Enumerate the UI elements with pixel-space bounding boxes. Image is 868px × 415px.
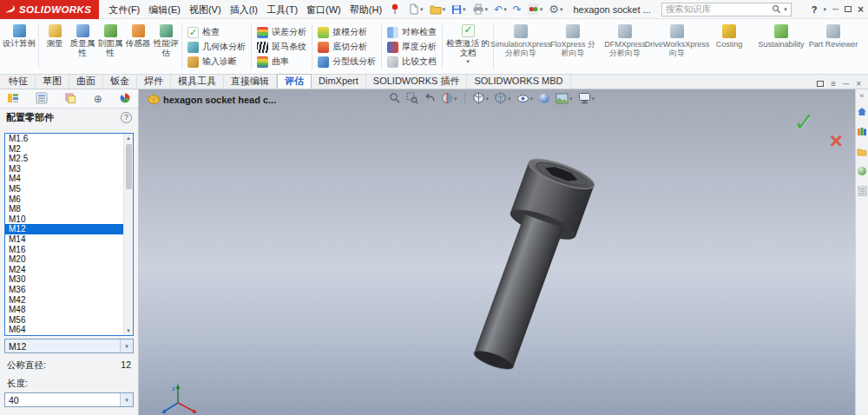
panel-help-icon[interactable]: ? <box>121 112 132 123</box>
new-document-button[interactable]: ▾ <box>407 3 425 16</box>
size-option[interactable]: M2.5 <box>5 154 133 164</box>
print-button[interactable]: ▾ <box>470 3 490 16</box>
ribbon-tab[interactable]: SOLIDWORKS MBD <box>467 75 570 89</box>
pin-icon[interactable] <box>391 3 399 15</box>
ribbon-button[interactable]: 质量属性 <box>69 21 96 73</box>
ribbon-tab[interactable]: 钣金 <box>103 75 137 89</box>
ribbon-button[interactable]: 传感器 <box>124 21 152 73</box>
dimxpert-manager-tab-icon[interactable]: ⊕ <box>94 94 102 104</box>
collapse-task-pane-icon[interactable]: « <box>859 92 864 100</box>
ribbon-button[interactable]: 测量 <box>41 21 69 73</box>
ribbon-tab[interactable]: 模具工具 <box>171 75 224 89</box>
minimize-document-icon[interactable]: ─ <box>843 79 849 89</box>
length-combobox[interactable]: 40 ▾ <box>4 392 134 407</box>
panes-icon[interactable]: ≡ <box>831 79 836 89</box>
ribbon-tab[interactable]: 草图 <box>36 75 69 89</box>
scroll-up-icon[interactable]: ▲ <box>126 134 131 142</box>
size-option[interactable]: M16 <box>5 245 133 255</box>
ribbon-tab[interactable]: SOLIDWORKS 插件 <box>366 75 468 89</box>
ribbon-tab[interactable]: DimXpert <box>312 75 366 89</box>
display-style-button[interactable]: ▾ <box>494 92 511 104</box>
minimize-button[interactable]: ─ <box>832 5 838 14</box>
ribbon-button[interactable]: 误差分析 <box>257 26 306 38</box>
ribbon-button[interactable]: Part Reviewer <box>808 21 858 73</box>
appearances-icon[interactable] <box>857 164 867 180</box>
design-study-button[interactable]: 设计算例 <box>2 21 36 73</box>
zoom-area-button[interactable] <box>406 92 418 104</box>
resources-home-icon[interactable] <box>857 104 867 120</box>
restore-button[interactable] <box>845 6 852 12</box>
ribbon-button[interactable]: DFMXpress 分析向导 <box>600 21 650 73</box>
close-document-icon[interactable]: × <box>856 79 861 89</box>
restore-document-icon[interactable] <box>817 81 824 87</box>
size-option[interactable]: M5 <box>5 184 133 194</box>
size-option[interactable]: M20 <box>5 254 133 265</box>
ribbon-button[interactable]: Sustainability <box>756 21 806 73</box>
size-option[interactable]: M12 <box>5 224 133 234</box>
save-button[interactable]: ▾ <box>450 3 468 16</box>
size-option[interactable]: M30 <box>5 274 133 285</box>
property-manager-tab-icon[interactable] <box>36 92 48 106</box>
combo-dropdown-button[interactable]: ▾ <box>120 393 133 406</box>
close-button[interactable]: × <box>858 4 864 15</box>
options-button[interactable]: ⚙ ▾ <box>547 3 564 16</box>
confirm-cancel-button[interactable]: × <box>830 128 843 155</box>
open-button[interactable]: ▾ <box>428 3 448 16</box>
ribbon-tab[interactable]: 直接编辑 <box>224 75 277 89</box>
ribbon-button[interactable]: DriveWorksXpress 向导 <box>652 21 702 73</box>
menu-item[interactable]: 工具(T) <box>262 0 302 19</box>
feature-tree-root[interactable]: hexagon socket head c... <box>148 94 276 105</box>
combo-dropdown-button[interactable]: ▾ <box>120 339 133 352</box>
screw-model[interactable] <box>434 152 616 395</box>
size-option[interactable]: M42 <box>5 295 133 306</box>
ribbon-button[interactable]: 对称检查 <box>387 26 437 38</box>
ribbon-tab[interactable]: 曲面 <box>69 75 103 89</box>
menu-item[interactable]: 视图(V) <box>185 0 226 19</box>
custom-properties-icon[interactable] <box>858 184 867 200</box>
rebuild-button[interactable]: ▾ <box>526 3 545 16</box>
scroll-down-icon[interactable]: ▼ <box>126 326 131 335</box>
section-view-button[interactable]: ▾ <box>441 92 457 104</box>
ribbon-tab[interactable]: 特征 <box>2 75 36 89</box>
ribbon-button[interactable]: 斑马条纹 <box>257 41 306 53</box>
ribbon-button[interactable]: 性能评估 <box>152 21 180 73</box>
previous-view-button[interactable] <box>424 92 436 104</box>
size-option[interactable]: M6 <box>5 194 133 205</box>
ribbon-button[interactable]: 分型线分析 <box>318 56 376 68</box>
ribbon-button[interactable]: 输入诊断 <box>187 56 246 68</box>
size-option[interactable]: M10 <box>5 214 133 225</box>
list-scrollbar[interactable]: ▲ ▼ <box>123 134 133 335</box>
size-option[interactable]: M3 <box>5 164 133 175</box>
confirm-ok-button[interactable]: ✓ <box>793 107 815 137</box>
menu-item[interactable]: 窗口(W) <box>302 0 345 19</box>
size-option[interactable]: M24 <box>5 265 133 275</box>
ribbon-tab[interactable]: 焊件 <box>137 75 171 89</box>
hide-show-items-button[interactable]: ▾ <box>516 93 534 104</box>
design-library-icon[interactable] <box>857 124 867 140</box>
ribbon-tab[interactable]: 评估 <box>277 74 312 89</box>
menu-item[interactable]: 插入(I) <box>226 0 262 19</box>
ribbon-button[interactable]: Costing <box>704 21 754 73</box>
size-option[interactable]: M64 <box>5 325 133 335</box>
graphics-area[interactable]: hexagon socket head c... ▾ <box>139 89 855 415</box>
search-input[interactable]: 搜索知识库 ▾ <box>661 3 792 16</box>
ribbon-button[interactable]: 厚度分析 <box>387 41 437 53</box>
ribbon-button[interactable]: 比较文档 <box>387 56 437 68</box>
menu-item[interactable]: 编辑(E) <box>144 0 185 19</box>
size-option[interactable]: M36 <box>5 285 133 295</box>
ribbon-button[interactable]: 底切分析 <box>318 41 376 53</box>
ribbon-button[interactable]: SimulationXpress 分析向导 <box>496 21 546 73</box>
configuration-manager-tab-icon[interactable] <box>64 92 76 106</box>
size-option[interactable]: M4 <box>5 174 133 184</box>
scrollbar-thumb[interactable] <box>126 144 132 189</box>
apply-scene-button[interactable]: ▾ <box>556 93 573 104</box>
ribbon-button[interactable]: 剖面属性 <box>96 21 124 73</box>
check-active-document-button[interactable]: 检查激活 的文档 ▾ <box>444 21 491 73</box>
display-manager-tab-icon[interactable] <box>119 92 131 106</box>
size-combobox[interactable]: M12 ▾ <box>4 339 134 353</box>
size-option[interactable]: M8 <box>5 204 133 214</box>
size-option[interactable]: M1.6 <box>5 134 133 144</box>
ribbon-button[interactable]: 检查 <box>187 26 246 38</box>
size-option[interactable]: M2 <box>5 144 133 155</box>
undo-button[interactable]: ↶ ▾ <box>492 3 509 16</box>
